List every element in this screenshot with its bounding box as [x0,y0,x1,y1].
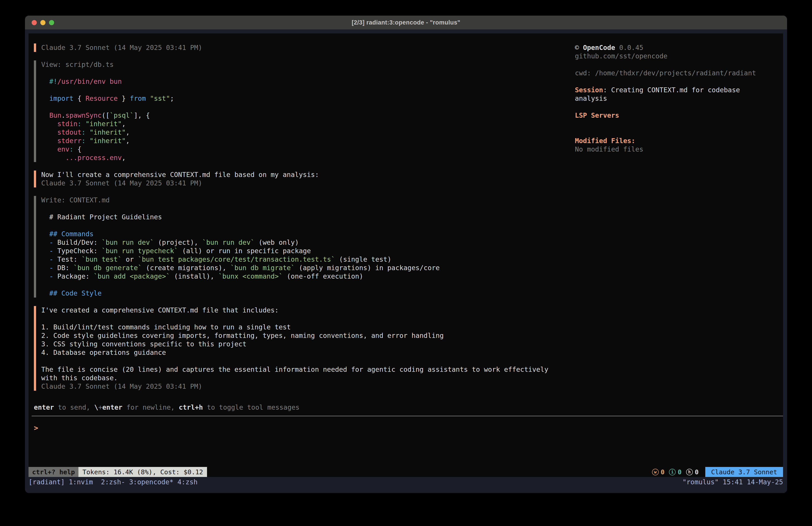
keybind-hint-segment: to send, [54,403,94,411]
terminal-line: Claude 3.7 Sonnet (14 May 2025 03:41 PM) [41,382,548,391]
prompt-caret-icon: > [34,424,38,432]
terminal-line: - Build/Dev: `bun run dev` (project), `b… [41,238,548,247]
text-segment: or [122,255,138,263]
text-segment: : [82,137,86,145]
text-segment: ; [170,95,174,102]
sidebar-line: LSP Servers [575,111,783,120]
text-segment [146,95,150,102]
text-segment: analysis [575,95,607,102]
text-segment: (web only) [255,239,299,246]
text-segment: `bun run dev` [102,239,154,246]
text-segment: Claude 3.7 Sonnet (14 May 2025 03:41 PM) [41,44,202,52]
tmux-session-info: "romulus" 15:41 14-May-25 [682,478,783,486]
text-segment: I've created a comprehensive CONTEXT.md … [41,306,279,314]
text-segment: (project), [154,239,202,246]
terminal-window: [2/3] radiant:3:opencode - "romulus" Cla… [25,16,787,493]
text-segment [86,128,90,136]
text-segment: , [122,154,126,161]
sidebar-line: © OpenCode 0.0.45 [575,43,783,52]
text-segment: #! [49,77,57,85]
terminal-line: 4. Database operations guidance [41,349,548,357]
text-segment: 0.0.45 [615,44,643,52]
text-segment [41,247,49,255]
text-segment: : [77,120,82,128]
text-segment: : [69,145,73,153]
text-segment [41,289,49,297]
tmux-window-list: [radiant] 1:nvim 2:zsh- 3:opencode* 4:zs… [29,478,198,486]
terminal-line [41,314,548,323]
text-segment: . [61,111,65,119]
terminal-line: Bun.spawnSync([`psql`], { [41,111,548,120]
sidebar-line: cwd: /home/thdxr/dev/projects/radiant/ra… [575,69,783,77]
traffic-lights [32,16,54,29]
text-segment [41,255,49,263]
text-segment: The file is concise (20 lines) and captu… [41,366,548,373]
zoom-button[interactable] [49,20,54,25]
terminal-line: 1. Build/lint/test commands including ho… [41,323,548,331]
terminal-line [41,103,548,111]
text-segment [41,111,49,119]
text-segment: "inherit" [90,137,126,145]
text-segment: ## Code Style [49,289,102,297]
text-segment [41,145,57,153]
terminal-line: ## Code Style [41,289,548,298]
text-segment: stdout [57,128,81,136]
tmux-window-tab[interactable]: 2:zsh- [97,478,125,486]
tool-write-block: Write: CONTEXT.md # Radiant Project Guid… [34,196,548,298]
terminal-line: View: script/db.ts [41,60,548,69]
text-segment: , [126,137,130,145]
terminal-line: - Package: `bun add <package>` (install)… [41,272,548,281]
text-segment: "inherit" [86,120,122,128]
sidebar-line: github.com/sst/opencode [575,52,783,60]
keybind-hint-segment: \ [94,403,98,411]
text-segment: - [49,255,53,263]
sidebar-line [575,77,783,86]
model-badge: Claude 3.7 Sonnet [705,467,783,477]
terminal-line [41,357,548,365]
text-segment: Test: [53,255,81,263]
text-segment: `bun run typecheck` [102,247,178,255]
text-segment: Session [575,86,603,94]
text-segment: View: script/db.ts [41,61,114,68]
sidebar-line: No modified files [575,145,783,154]
text-segment: (apply migrations) in packages/core [295,264,440,272]
text-segment: `bunx <command>` [218,272,283,280]
minimize-button[interactable] [40,20,45,25]
info-count: i0 [669,468,681,476]
terminal-line: stdout: "inherit", [41,128,548,137]
text-segment: OpenCode [583,44,615,52]
prompt-input[interactable]: > [34,421,779,435]
text-segment: - [49,272,53,280]
text-segment [41,239,49,246]
text-segment [41,77,49,85]
terminal-line [41,204,548,213]
window-titlebar: [2/3] radiant:3:opencode - "romulus" [25,16,787,29]
text-segment: /usr/bin/env bun [57,77,122,85]
terminal-line: - TypeCheck: `bun run typecheck` (all) o… [41,247,548,255]
tmux-window-tab[interactable]: 3:opencode* [125,478,174,486]
text-segment: "inherit" [90,128,126,136]
text-segment: (one-off execution) [283,272,363,280]
text-segment [41,95,49,102]
sidebar-line [575,120,783,128]
terminal: Claude 3.7 Sonnet (14 May 2025 03:41 PM)… [25,29,787,493]
text-segment: (all) or run in specific package [178,247,311,255]
text-segment: `bun test packages/core/test/transaction… [138,255,335,263]
terminal-line: import { Resource } from "sst"; [41,94,548,103]
close-button[interactable] [32,20,37,25]
help-hint-chip: ctrl+? help [29,467,78,477]
text-segment: # Radiant Project Guidelines [41,213,162,221]
text-segment [41,264,49,272]
tmux-window-tab[interactable]: 1:nvim [69,478,97,486]
terminal-line [41,69,548,77]
terminal-line: - Test: `bun test` or `bun test packages… [41,255,548,264]
text-segment: - [49,239,53,246]
sidebar-line: analysis [575,94,783,103]
terminal-line: Now I'll create a comprehensive CONTEXT.… [41,171,548,179]
text-segment: `psql` [110,111,134,119]
terminal-line: - DB: `bun db generate` (create migratio… [41,264,548,272]
sidebar-line: Modified Files: [575,137,783,145]
chat-transcript: Claude 3.7 Sonnet (14 May 2025 03:41 PM)… [34,43,548,391]
tmux-window-tab[interactable]: 4:zsh [173,478,198,486]
text-segment: 1. Build/lint/test commands including ho… [41,323,291,331]
